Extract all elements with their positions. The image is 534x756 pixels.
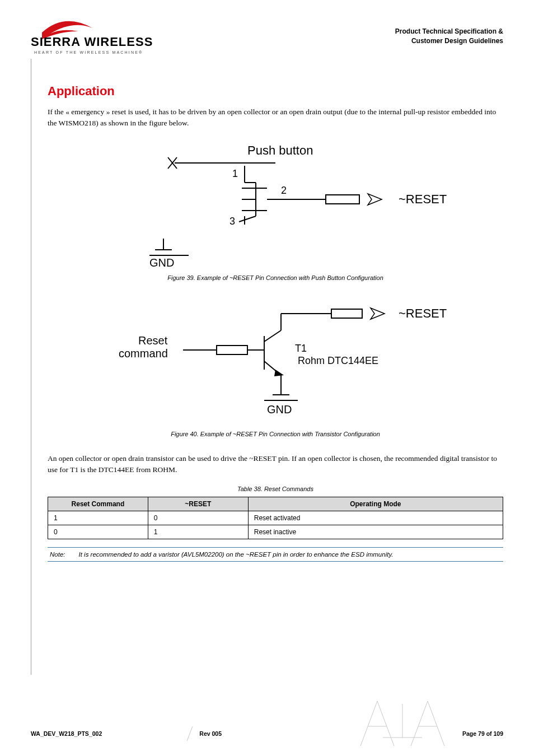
cell: 0 [148,511,248,525]
pin3-label: 3 [229,216,235,227]
svg-line-21 [264,330,281,342]
page-header: SIERRA WIRELESS HEART OF THE WIRELESS MA… [31,17,503,56]
reset-cmd-l1: Reset [138,334,168,347]
note-block: Note: It is recommended to add a varisto… [48,547,503,562]
left-margin-rule [31,59,31,675]
th-reset-command: Reset Command [48,497,148,511]
reset-commands-table: Reset Command ~RESET Operating Mode 1 0 … [48,497,503,539]
section-heading: Application [48,84,503,99]
reset-cmd-l2: command [119,347,168,360]
push-button-label: Push button [247,143,313,157]
cell: Reset inactive [248,525,503,539]
table-caption: Table 38. Reset Commands [48,486,503,492]
cell: Reset activated [248,511,503,525]
figure-40: Reset command ~RESET T1 Rohm DTC1 [48,297,503,427]
svg-marker-27 [371,308,385,319]
cell: 1 [48,511,148,525]
note-label: Note: [50,551,65,558]
table-header-row: Reset Command ~RESET Operating Mode [48,497,503,511]
footer-rev: Rev 005 [199,730,222,737]
pin1-label: 1 [232,168,238,179]
body-paragraph-2: An open collector or open drain transist… [48,453,503,476]
figure-40-caption: Figure 40. Example of ~RESET Pin Connect… [48,431,503,437]
table-row: 1 0 Reset activated [48,511,503,525]
pin2-label: 2 [281,185,287,196]
reset-label-fig39: ~RESET [399,192,447,206]
svg-rect-26 [331,309,362,318]
svg-line-35 [187,726,193,741]
cell: 1 [148,525,248,539]
header-line1: Product Technical Specification & [395,27,503,36]
footer-page: Page 79 of 109 [462,730,503,737]
footer-doc-id: WA_DEV_W218_PTS_002 [31,730,102,737]
cell: 0 [48,525,148,539]
reset-label-fig40: ~RESET [399,306,447,320]
brand-logo: SIERRA WIRELESS HEART OF THE WIRELESS MA… [31,17,176,56]
svg-marker-23 [274,370,284,376]
logo-tagline: HEART OF THE WIRELESS MACHINE® [34,50,143,54]
figure-39-caption: Figure 39. Example of ~RESET Pin Connect… [48,274,503,281]
th-operating-mode: Operating Mode [248,497,503,511]
note-text: It is recommended to add a varistor (AVL… [79,551,394,558]
svg-marker-11 [368,194,382,205]
header-line2: Customer Design Guidelines [395,36,503,46]
footer-divider-icon [186,725,194,742]
svg-rect-18 [217,346,247,354]
svg-rect-10 [326,195,359,204]
page-footer: WA_DEV_W218_PTS_002 Rev 005 Page 79 of 1… [31,725,503,742]
gnd-label-fig39: GND [149,256,174,269]
header-doc-title: Product Technical Specification & Custom… [395,17,503,46]
intro-paragraph: If the « emergency » reset is used, it h… [48,106,503,129]
svg-line-13 [239,216,256,222]
gnd-label-fig40: GND [267,403,292,416]
t1-label: T1 [295,343,307,354]
figure-39: Push button 1 2 ~RESET [48,141,503,271]
table-row: 0 1 Reset inactive [48,525,503,539]
rohm-label: Rohm DTC144EE [298,355,378,366]
logo-text: SIERRA WIRELESS [31,35,153,49]
th-reset: ~RESET [148,497,248,511]
